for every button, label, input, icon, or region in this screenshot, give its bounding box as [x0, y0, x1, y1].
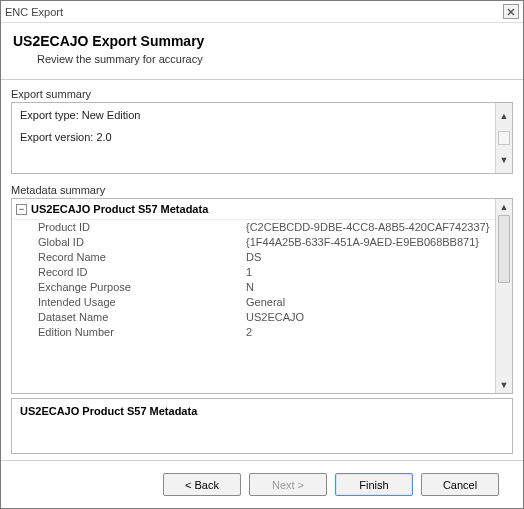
metadata-detail-title: US2ECAJO Product S57 Metadata — [20, 405, 197, 417]
wizard-header: US2ECAJO Export Summary Review the summa… — [1, 23, 523, 79]
metadata-key: Edition Number — [16, 326, 246, 338]
metadata-key: Product ID — [16, 221, 246, 233]
export-type-label: Export type: — [20, 109, 82, 121]
scroll-down-button[interactable]: ▼ — [496, 377, 512, 393]
scroll-up-button[interactable]: ▲ — [496, 199, 512, 215]
chevron-down-icon: ▼ — [500, 380, 509, 390]
metadata-group-row[interactable]: − US2ECAJO Product S57 Metadata — [12, 199, 495, 220]
metadata-value: 2 — [246, 326, 491, 338]
metadata-value: {1F44A25B-633F-451A-9AED-E9EB068BB871} — [246, 236, 491, 248]
metadata-row[interactable]: Edition Number2 — [12, 325, 495, 340]
export-version-label: Export version: — [20, 131, 96, 143]
metadata-value: N — [246, 281, 491, 293]
export-summary-content: Export type: New Edition Export version:… — [12, 103, 495, 173]
metadata-value: US2ECAJO — [246, 311, 491, 323]
metadata-value: 1 — [246, 266, 491, 278]
metadata-value: {C2CEBCDD-9DBE-4CC8-A8B5-420CAF742337} — [246, 221, 491, 233]
title-bar: ENC Export — [1, 1, 523, 23]
scroll-up-button[interactable]: ▲ — [496, 103, 512, 129]
metadata-key: Record Name — [16, 251, 246, 263]
export-version-value: 2.0 — [96, 131, 111, 143]
export-summary-label: Export summary — [11, 88, 513, 100]
window-title: ENC Export — [5, 6, 503, 18]
scroll-thumb[interactable] — [498, 131, 510, 145]
metadata-detail-panel: US2ECAJO Product S57 Metadata — [11, 398, 513, 454]
metadata-row[interactable]: Global ID{1F44A25B-633F-451A-9AED-E9EB06… — [12, 235, 495, 250]
chevron-up-icon: ▲ — [500, 202, 509, 212]
back-button[interactable]: < Back — [163, 473, 241, 496]
export-summary-panel: Export type: New Edition Export version:… — [11, 102, 513, 174]
metadata-summary-label: Metadata summary — [11, 184, 513, 196]
cancel-button[interactable]: Cancel — [421, 473, 499, 496]
metadata-row[interactable]: Intended UsageGeneral — [12, 295, 495, 310]
metadata-grid: − US2ECAJO Product S57 Metadata Product … — [12, 199, 495, 393]
export-summary-scrollbar[interactable]: ▲ ▼ — [495, 103, 512, 173]
scroll-track[interactable] — [496, 215, 512, 377]
button-bar: < Back Next > Finish Cancel — [1, 460, 523, 508]
metadata-group-title: US2ECAJO Product S57 Metadata — [31, 203, 208, 215]
scroll-thumb[interactable] — [498, 215, 510, 283]
metadata-key: Record ID — [16, 266, 246, 278]
metadata-value: DS — [246, 251, 491, 263]
body: Export summary Export type: New Edition … — [1, 88, 523, 460]
metadata-row[interactable]: Product ID{C2CEBCDD-9DBE-4CC8-A8B5-420CA… — [12, 220, 495, 235]
metadata-row[interactable]: Record ID1 — [12, 265, 495, 280]
metadata-key: Global ID — [16, 236, 246, 248]
metadata-row[interactable]: Record NameDS — [12, 250, 495, 265]
separator — [1, 79, 523, 80]
metadata-row[interactable]: Dataset NameUS2ECAJO — [12, 310, 495, 325]
metadata-key: Intended Usage — [16, 296, 246, 308]
finish-button[interactable]: Finish — [335, 473, 413, 496]
page-title: US2ECAJO Export Summary — [13, 33, 511, 49]
export-summary-row: Export version: 2.0 — [20, 131, 487, 143]
page-subtitle: Review the summary for accuracy — [13, 53, 511, 65]
metadata-row[interactable]: Exchange PurposeN — [12, 280, 495, 295]
metadata-scrollbar[interactable]: ▲ ▼ — [495, 199, 512, 393]
close-button[interactable] — [503, 4, 519, 19]
close-icon — [507, 8, 515, 16]
metadata-key: Exchange Purpose — [16, 281, 246, 293]
metadata-value: General — [246, 296, 491, 308]
metadata-grid-panel: − US2ECAJO Product S57 Metadata Product … — [11, 198, 513, 394]
next-button: Next > — [249, 473, 327, 496]
chevron-down-icon: ▼ — [500, 155, 509, 165]
collapse-toggle[interactable]: − — [16, 204, 27, 215]
window-frame: ENC Export US2ECAJO Export Summary Revie… — [0, 0, 524, 509]
export-summary-row: Export type: New Edition — [20, 109, 487, 121]
export-type-value: New Edition — [82, 109, 141, 121]
metadata-section: Metadata summary − US2ECAJO Product S57 … — [11, 184, 513, 454]
scroll-down-button[interactable]: ▼ — [496, 147, 512, 173]
chevron-up-icon: ▲ — [500, 111, 509, 121]
metadata-key: Dataset Name — [16, 311, 246, 323]
